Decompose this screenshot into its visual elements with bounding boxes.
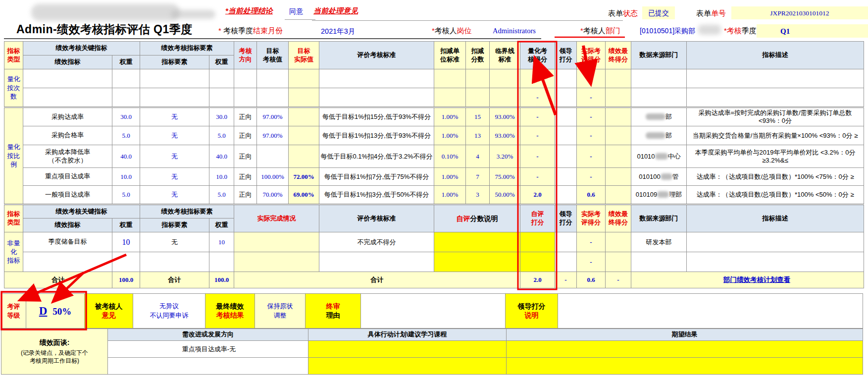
target-cell: 97.00% [257, 108, 289, 126]
expected-result-input[interactable] [507, 358, 863, 375]
kpi-cell [23, 252, 112, 272]
col-header-data-source: 数据来源部门 [631, 205, 687, 232]
assessor-post-label: *考核人岗位 [432, 26, 472, 36]
quarter-end-label-black: 考核季度 [221, 26, 253, 35]
total-actual-score: 0.6 [577, 272, 606, 288]
form-status-value-box: 已提交 [642, 6, 675, 19]
actual-completion-cell [234, 232, 319, 252]
leader-score-cell [555, 252, 577, 272]
col-header-expected-result: 期望结果 [507, 329, 863, 341]
actual-score-cell: - [577, 108, 606, 126]
deduction-points-cell: 4 [466, 145, 490, 168]
col-header-weight: 权重 [112, 55, 140, 69]
dept-plan-link[interactable]: 部门绩效考核计划查看 [723, 276, 790, 283]
col-header-self-score: 自评 打分 [520, 205, 555, 232]
final-review-reason-input[interactable] [361, 294, 506, 329]
col-header-leader-score: 领导 打分 [555, 205, 577, 232]
form-number-value: JXPR2021030101012 [770, 9, 829, 17]
actual-cell: 72.00% [289, 168, 319, 186]
final-score-cell [606, 186, 631, 205]
total-label: 合计 [4, 272, 112, 288]
final-result-label: 最终绩效考核结果 [205, 294, 255, 329]
action-plan-input[interactable] [308, 358, 507, 375]
weight-cell [209, 252, 234, 272]
quarter-label: *考核季度 [724, 26, 757, 36]
col-header-element: 指标要素 [140, 55, 209, 69]
deduction-unit-cell: 1.00% [434, 108, 466, 126]
element-cell [140, 69, 209, 88]
self-score-note-input[interactable] [434, 252, 520, 272]
action-plan-input[interactable] [308, 341, 507, 358]
form-status-label-red: 状态 [623, 9, 638, 17]
self-score-input[interactable] [520, 252, 555, 272]
target-cell [257, 88, 289, 108]
conclusion-value[interactable]: 同意 [289, 7, 303, 16]
actual-score-cell: - [577, 88, 606, 108]
source-cell: 研发本部 [631, 232, 687, 252]
assessee-opinion-value[interactable]: 无异议 不认同要申诉 [133, 294, 205, 329]
assessor-dept-label: *考核人部门 [580, 26, 620, 36]
final-result-value[interactable]: 保持原状 调整 [255, 294, 306, 329]
quarter-value: Q1 [757, 27, 790, 35]
grade-value[interactable]: D [39, 305, 48, 317]
quarter-end-label: * 考核季度结束月份 [218, 26, 283, 36]
source-cell [631, 252, 687, 272]
target-cell: 100.00% [257, 168, 289, 186]
direction-cell: 正向 [234, 126, 257, 145]
element-cell: 无 [140, 108, 209, 126]
col-header-indicator-type: 指标 类型 [4, 205, 23, 232]
element-cell: 无 [140, 126, 209, 145]
leader-score-cell [555, 126, 577, 145]
direction-cell: 正向 [234, 145, 257, 168]
source-cell: 010109理部 [631, 186, 687, 205]
standard-cell: 每低于目标1%扣15分,低于93%不得分 [319, 108, 434, 126]
source-cell: 部 [631, 108, 687, 126]
opinion-field-underline[interactable] [312, 20, 623, 21]
total-label: 合计 [140, 272, 209, 288]
assessor-dept-label-red: 部门 [606, 26, 620, 35]
final-score-cell [606, 88, 631, 108]
weight-cell [112, 252, 140, 272]
self-score-input[interactable] [520, 232, 555, 252]
form-number-label-red: 单号 [711, 9, 726, 17]
interview-section: 绩效面谈: (记录关键点，及确定下个 考核周期工作目标) 需改进或发展方向 具体… [1, 329, 863, 375]
redacted-text [661, 173, 672, 180]
deduction-points-cell [466, 69, 490, 88]
actual-score-cell: - [577, 69, 606, 88]
grade-percent: 50% [52, 306, 71, 317]
leader-score-cell [555, 168, 577, 186]
col-header-direction: 考核 方向 [234, 42, 257, 69]
leader-score-cell [555, 186, 577, 205]
redacted-text [646, 113, 665, 120]
self-score-note-input[interactable] [434, 232, 520, 252]
col-header-description: 指标描述 [687, 205, 864, 232]
assessment-table: 指标 类型 绩效考核关键指标 绩效考核指标要素 考核 方向 目标 考核值 目标 … [4, 41, 864, 288]
col-header-deduction-points: 扣减 分数 [466, 42, 490, 69]
col-header-final-score: 绩效最 终得分 [606, 205, 631, 232]
element-cell [140, 252, 209, 272]
leader-score-note-input[interactable] [558, 294, 863, 329]
col-header-element-group: 绩效考核指标要素 [140, 42, 234, 55]
description-cell [687, 252, 864, 272]
total-final-score: - [606, 272, 631, 288]
final-score-cell [606, 69, 631, 88]
description-cell: 达成率：（达成项目数/总项目数）*100% <50%：0分 ≥ [687, 186, 864, 205]
critical-cell [490, 69, 520, 88]
kpi-cell: 一般项目达成率 [23, 186, 112, 205]
col-header-kpi-group: 绩效考核关键指标 [23, 205, 140, 219]
improvement-cell: 重点项目达成率-无 [108, 341, 308, 358]
conclusion-label: *当前处理结论 [225, 6, 273, 16]
col-header-weight2: 权重 [209, 55, 234, 69]
redacted-text [655, 153, 668, 160]
col-header-leader-score: 领导 打分 [555, 42, 577, 69]
weight-cell: 5.0 [209, 186, 234, 205]
actual-score-cell: 0.6 [577, 186, 606, 205]
final-score-cell [606, 108, 631, 126]
redacted-text [657, 191, 669, 198]
deduction-unit-cell: 1.00% [434, 168, 466, 186]
expected-result-input[interactable] [507, 341, 863, 358]
actual-cell [289, 108, 319, 126]
form-status-label-black: 表单 [608, 9, 623, 17]
direction-cell: 正向 [234, 168, 257, 186]
col-header-weight: 权重 [112, 219, 140, 232]
